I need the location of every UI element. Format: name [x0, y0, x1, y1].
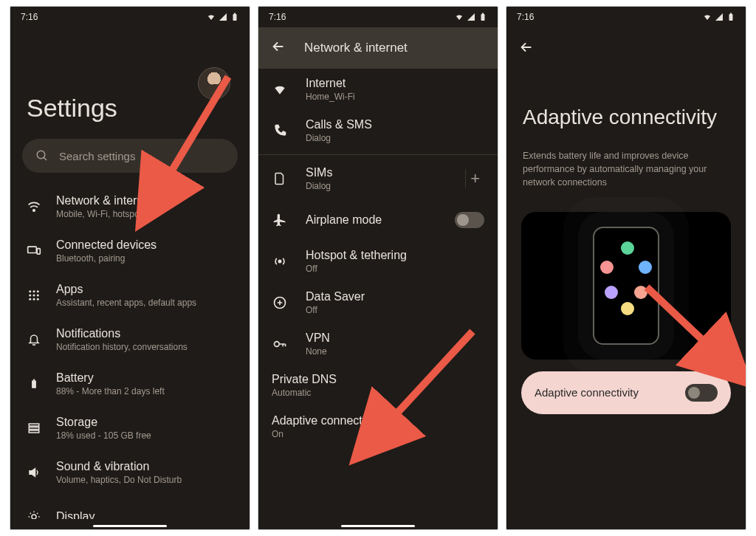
item-display[interactable]: Display: [10, 495, 250, 519]
data-saver-icon: [272, 295, 288, 310]
svg-line-3: [44, 157, 47, 160]
svg-point-2: [37, 151, 45, 159]
adaptive-toggle[interactable]: [685, 384, 718, 402]
item-hotspot[interactable]: Hotspot & tetheringOff: [258, 241, 498, 282]
svg-point-27: [275, 342, 280, 347]
item-sims[interactable]: SIMsDialog +: [258, 158, 498, 199]
profile-avatar[interactable]: [198, 67, 230, 100]
status-bar: 7:16: [506, 7, 746, 27]
screen-adaptive: 7:16 Adaptive connectivity Extends batte…: [506, 6, 746, 530]
battery-icon: [726, 13, 735, 21]
hotspot-icon: [272, 254, 288, 269]
page-title: Adaptive connectivity: [523, 106, 729, 129]
item-airplane[interactable]: Airplane mode: [258, 199, 498, 241]
svg-rect-29: [729, 14, 733, 21]
svg-rect-6: [37, 249, 40, 255]
item-battery[interactable]: Battery88% - More than 2 days left: [10, 362, 250, 406]
airplane-icon: [272, 213, 288, 227]
svg-rect-16: [32, 380, 36, 388]
wifi-icon: [207, 13, 216, 21]
bell-icon: [27, 333, 41, 346]
search-icon: [35, 149, 49, 162]
item-calls-sms[interactable]: Calls & SMSDialog: [258, 110, 498, 151]
add-sim-button[interactable]: +: [465, 169, 484, 188]
airplane-toggle[interactable]: [455, 212, 484, 228]
svg-point-14: [33, 298, 35, 300]
svg-point-7: [29, 290, 31, 292]
apps-icon: [27, 289, 41, 302]
item-apps[interactable]: AppsAssistant, recent apps, default apps: [10, 273, 250, 317]
app-bar: Network & internet: [258, 27, 498, 69]
wifi-icon: [455, 13, 464, 21]
search-input[interactable]: Search settings: [22, 139, 238, 173]
nav-bar[interactable]: [258, 519, 498, 529]
status-time: 7:16: [21, 12, 38, 22]
status-bar: 7:16: [258, 7, 498, 27]
svg-point-12: [37, 295, 39, 297]
item-adaptive-connectivity[interactable]: Adaptive connectivityOn: [258, 406, 498, 447]
svg-rect-1: [234, 13, 236, 15]
item-connected-devices[interactable]: Connected devicesBluetooth, pairing: [10, 229, 250, 273]
settings-list: Network & internetMobile, Wi-Fi, hotspot…: [10, 185, 250, 519]
svg-point-11: [33, 295, 35, 297]
back-button[interactable]: [506, 27, 746, 70]
svg-rect-0: [233, 14, 237, 21]
svg-rect-5: [28, 247, 37, 252]
svg-rect-30: [730, 13, 732, 15]
nav-bar[interactable]: [10, 519, 250, 529]
item-datasaver[interactable]: Data SaverOff: [258, 282, 498, 323]
svg-point-13: [29, 298, 31, 300]
status-time: 7:16: [269, 12, 286, 22]
wifi-icon: [272, 82, 288, 97]
item-storage[interactable]: Storage18% used - 105 GB free: [10, 406, 250, 450]
appbar-title: Network & internet: [304, 41, 408, 55]
switch-label: Adaptive connectivity: [535, 386, 639, 399]
volume-icon: [27, 466, 41, 479]
svg-point-15: [37, 298, 39, 300]
sim-icon: [272, 171, 288, 186]
status-time: 7:16: [517, 12, 534, 22]
storage-icon: [27, 422, 41, 435]
svg-rect-23: [481, 14, 485, 21]
svg-point-25: [278, 260, 281, 262]
phone-sms-icon: [272, 123, 288, 138]
battery-icon: [478, 13, 487, 21]
vpn-icon: [272, 337, 288, 351]
svg-rect-20: [29, 430, 39, 433]
status-bar: 7:16: [10, 7, 250, 27]
item-sound[interactable]: Sound & vibrationVolume, haptics, Do Not…: [10, 450, 250, 495]
wifi-icon: [27, 199, 41, 214]
svg-point-9: [37, 290, 39, 292]
wifi-icon: [703, 13, 712, 21]
item-notifications[interactable]: NotificationsNotification history, conve…: [10, 317, 250, 362]
signal-icon: [467, 13, 475, 21]
svg-rect-17: [33, 379, 35, 381]
devices-icon: [27, 244, 41, 258]
screen-network: 7:16 Network & internet InternetHome_Wi-…: [258, 6, 498, 530]
battery-icon: [27, 377, 41, 391]
svg-rect-24: [482, 13, 484, 15]
item-vpn[interactable]: VPNNone: [258, 323, 498, 365]
item-private-dns[interactable]: Private DNSAutomatic: [258, 365, 498, 406]
screen-settings: 7:16 Settings Search settings Network & …: [10, 6, 250, 530]
adaptive-switch-row[interactable]: Adaptive connectivity: [521, 371, 731, 414]
svg-point-8: [33, 290, 35, 292]
svg-point-10: [29, 295, 31, 297]
svg-rect-18: [29, 424, 39, 426]
item-network[interactable]: Network & internetMobile, Wi-Fi, hotspot: [10, 185, 250, 229]
network-list: InternetHome_Wi-Fi Calls & SMSDialog SIM…: [258, 69, 498, 519]
signal-icon: [715, 13, 724, 21]
search-placeholder: Search settings: [59, 150, 135, 162]
divider: [258, 154, 498, 155]
signal-icon: [219, 13, 227, 21]
item-internet[interactable]: InternetHome_Wi-Fi: [258, 69, 498, 110]
page-description: Extends battery life and improves device…: [506, 149, 746, 199]
svg-point-4: [33, 210, 35, 212]
back-button[interactable]: [270, 38, 286, 58]
svg-rect-19: [29, 427, 39, 430]
battery-icon: [230, 13, 239, 21]
illustration: [521, 212, 731, 360]
brightness-icon: [27, 510, 41, 519]
